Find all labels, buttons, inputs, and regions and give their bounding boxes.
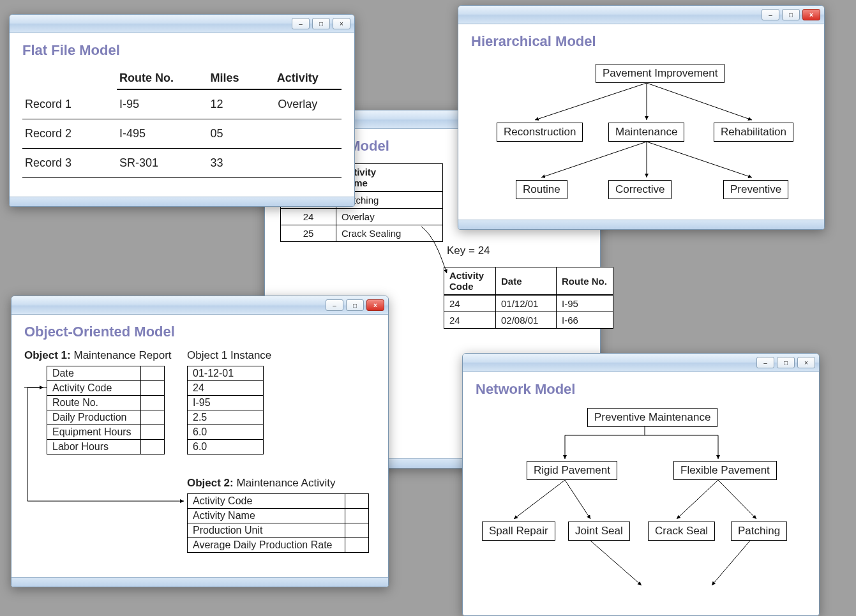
window-network: – □ × Network Model Preventive Maintenan…	[462, 353, 820, 616]
hier-node: Reconstruction	[497, 123, 583, 142]
hier-node: Corrective	[608, 180, 672, 199]
svg-line-14	[718, 480, 756, 519]
net-node: Patching	[731, 522, 787, 541]
maximize-button[interactable]: □	[777, 357, 795, 368]
net-node: Rigid Pavement	[527, 461, 617, 480]
col-activity: Activity	[267, 68, 342, 89]
col-miles: Miles	[208, 68, 267, 89]
close-button[interactable]: ×	[366, 299, 384, 311]
titlebar: – □ ×	[11, 296, 388, 315]
table-row: Record 2I-49505	[22, 119, 342, 149]
window-title: Hierarchical Model	[471, 33, 811, 50]
flat-file-table: Route No. Miles Activity Record 1I-9512O…	[22, 68, 342, 178]
window-title: Object-Oriented Model	[24, 324, 375, 340]
svg-line-5	[647, 142, 752, 177]
window-bottom-bar	[10, 197, 354, 206]
minimize-button[interactable]: –	[756, 357, 774, 368]
col-date: Date	[496, 267, 557, 296]
window-bottom-bar	[11, 577, 388, 587]
window-flat-file: – □ × Flat File Model Route No. Miles Ac…	[9, 14, 355, 207]
titlebar: – □ ×	[458, 6, 824, 24]
titlebar: – □ ×	[463, 354, 819, 372]
close-button[interactable]: ×	[797, 357, 815, 368]
net-node: Crack Seal	[648, 522, 715, 541]
hier-node: Preventive	[723, 180, 788, 199]
hier-node: Maintenance	[608, 123, 684, 142]
net-node: Spall Repair	[482, 522, 555, 541]
svg-line-15	[590, 541, 642, 585]
window-bottom-bar	[458, 220, 824, 229]
col-activity-code: Activity Code	[444, 267, 496, 296]
table-row: 2401/12/01I-95	[444, 295, 613, 312]
minimize-button[interactable]: –	[762, 9, 779, 20]
maximize-button[interactable]: □	[782, 9, 800, 20]
table-row: 25Crack Sealing	[281, 225, 443, 242]
svg-line-3	[541, 142, 647, 177]
svg-line-11	[514, 480, 565, 519]
svg-line-13	[677, 480, 718, 519]
net-node: Joint Seal	[568, 522, 630, 541]
instance-label: Object 1 Instance	[187, 349, 271, 362]
relational-table-records: Activity Code Date Route No. 2401/12/01I…	[444, 267, 613, 329]
maximize-button[interactable]: □	[312, 18, 330, 29]
table-row: Record 1I-9512Overlay	[22, 89, 342, 119]
close-button[interactable]: ×	[333, 18, 350, 29]
col-route-no: Route No.	[557, 267, 613, 296]
obj1-label: Object 1:	[24, 349, 71, 361]
hier-node-root: Pavement Improvement	[596, 64, 725, 83]
table-row: 2402/08/01I-66	[444, 312, 613, 329]
window-object-oriented: – □ × Object-Oriented Model Object 1: Ma…	[11, 296, 389, 587]
window-title: Network Model	[476, 381, 806, 398]
table-row: 24Overlay	[281, 209, 443, 225]
hier-node: Routine	[516, 180, 567, 199]
window-hierarchical: – □ × Hierarchical Model Pavement Improv…	[458, 5, 825, 230]
oo-schema2-table: Activity Code Activity Name Production U…	[187, 493, 369, 553]
svg-line-2	[647, 83, 752, 120]
obj2-label: Object 2:	[187, 477, 234, 489]
net-node: Flexible Pavement	[673, 461, 777, 480]
oo-schema-table: Date Activity Code Route No. Daily Produ…	[47, 366, 165, 454]
svg-line-16	[712, 541, 750, 585]
titlebar: – □ ×	[10, 15, 354, 33]
maximize-button[interactable]: □	[346, 299, 364, 311]
relational-key-label: Key = 24	[447, 244, 490, 257]
svg-line-0	[535, 83, 647, 120]
minimize-button[interactable]: –	[326, 299, 343, 311]
svg-line-12	[565, 480, 590, 519]
minimize-button[interactable]: –	[292, 18, 310, 29]
table-row: Record 3SR-30133	[22, 149, 342, 178]
oo-instance-table: 01-12-01 24 I-95 2.5 6.0 6.0	[187, 366, 264, 454]
window-title: Flat File Model	[22, 42, 342, 59]
close-button[interactable]: ×	[802, 9, 820, 20]
net-node-root: Preventive Maintenance	[587, 408, 717, 427]
hier-node: Rehabilitation	[714, 123, 793, 142]
col-route-no: Route No.	[117, 68, 208, 89]
